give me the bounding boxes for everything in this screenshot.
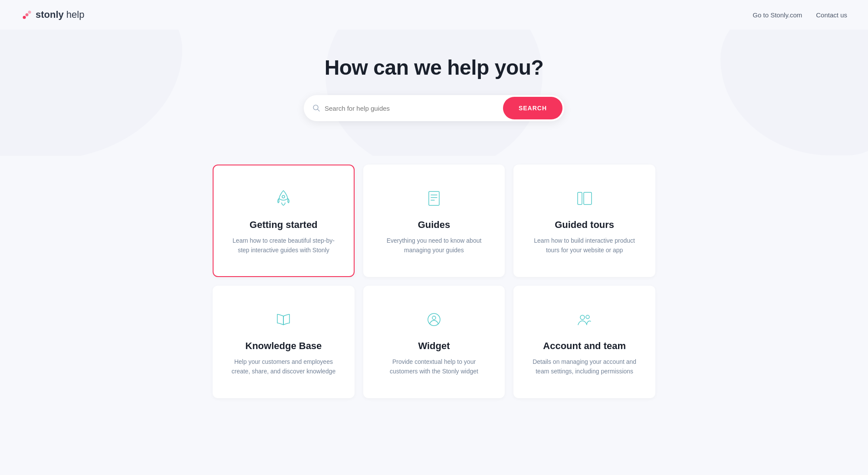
card-icon-widget [381,307,487,332]
card-description-guides: Everything you need to know about managi… [381,236,487,255]
search-container: SEARCH [304,95,564,121]
card-description-getting-started: Learn how to create beautiful step-by-st… [231,236,336,255]
svg-point-4 [282,195,285,198]
search-icon [312,104,320,112]
hero-title: How can we help you? [9,56,859,79]
card-guides[interactable]: Guides Everything you need to know about… [363,165,505,277]
search-button[interactable]: SEARCH [503,97,562,119]
svg-rect-9 [578,192,582,205]
svg-point-1 [26,13,29,16]
logo-icon [21,9,33,21]
svg-point-13 [580,315,585,320]
card-icon-knowledge-base [231,307,336,332]
hero-content: How can we help you? SEARCH [9,56,859,121]
search-input[interactable] [325,97,493,120]
card-title-guides: Guides [381,219,487,231]
logo-text-stonly: stonly [36,9,64,20]
svg-point-2 [28,11,31,14]
card-title-getting-started: Getting started [231,219,336,231]
card-description-knowledge-base: Help your customers and employees create… [231,357,336,376]
card-icon-guided-tours [532,186,637,211]
header: stonly help Go to Stonly.com Contact us [0,0,868,30]
contact-us-link[interactable]: Contact us [816,11,847,19]
card-getting-started[interactable]: Getting started Learn how to create beau… [213,165,355,277]
card-widget[interactable]: Widget Provide contextual help to your c… [363,286,505,398]
svg-rect-5 [429,191,439,205]
svg-point-0 [23,16,26,19]
cards-grid: Getting started Learn how to create beau… [213,165,655,398]
card-title-widget: Widget [381,340,487,352]
card-icon-account-and-team [532,307,637,332]
card-account-and-team[interactable]: Account and team Details on managing you… [513,286,655,398]
hero-section: How can we help you? SEARCH [0,30,868,156]
card-icon-getting-started [231,186,336,211]
card-description-account-and-team: Details on managing your account and tea… [532,357,637,376]
svg-rect-10 [584,192,592,205]
header-nav: Go to Stonly.com Contact us [753,11,847,19]
card-title-account-and-team: Account and team [532,340,637,352]
card-icon-guides [381,186,487,211]
search-input-wrapper [304,97,501,120]
svg-point-14 [586,315,589,319]
card-title-knowledge-base: Knowledge Base [231,340,336,352]
card-title-guided-tours: Guided tours [532,219,637,231]
card-description-guided-tours: Learn how to build interactive product t… [532,236,637,255]
card-knowledge-base[interactable]: Knowledge Base Help your customers and e… [213,286,355,398]
svg-point-12 [432,316,436,320]
logo[interactable]: stonly help [21,9,84,21]
logo-text-help: help [66,9,85,20]
cards-section: Getting started Learn how to create beau… [195,156,673,424]
card-description-widget: Provide contextual help to your customer… [381,357,487,376]
go-to-stonly-link[interactable]: Go to Stonly.com [753,11,802,19]
card-guided-tours[interactable]: Guided tours Learn how to build interact… [513,165,655,277]
